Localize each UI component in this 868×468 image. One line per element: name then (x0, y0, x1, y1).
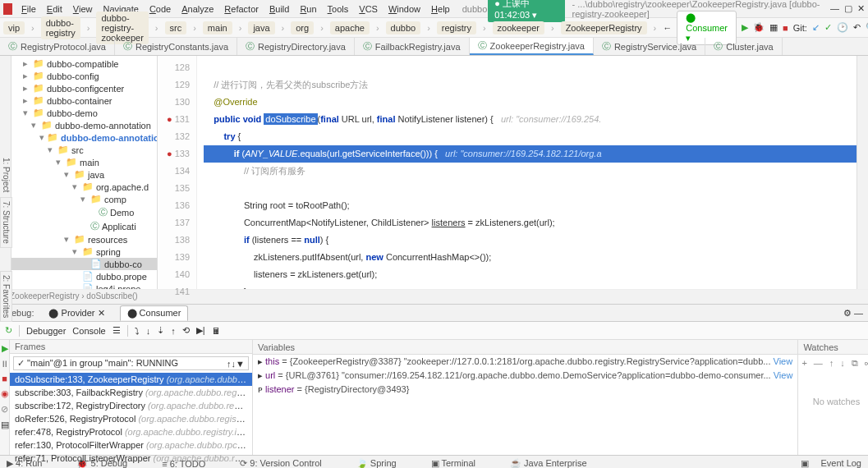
debugger-subtab[interactable]: Debugger (26, 326, 66, 336)
menu-tools[interactable]: Tools (323, 2, 354, 16)
step-out-icon[interactable]: ↑ (171, 326, 176, 336)
debug-tab-Provider[interactable]: ⬤ Provider ✕ (42, 306, 111, 320)
step-into-icon[interactable]: ↓ (146, 326, 151, 336)
resume-icon[interactable]: ▶ (2, 343, 8, 354)
tree-item-dubbo.prope[interactable]: 📄dubbo.prope (11, 270, 157, 282)
stop-icon[interactable]: ■ (783, 23, 788, 33)
up-watch-icon[interactable]: ↑ (829, 358, 834, 369)
git-commit-icon[interactable]: ✓ (824, 22, 832, 33)
menu-build[interactable]: Build (264, 2, 294, 16)
crumb-registry[interactable]: registry (437, 21, 476, 34)
tree-item-dubbo-compatible[interactable]: ▸📁dubbo-compatible (11, 57, 157, 70)
code-area[interactable]: // 进行订阅，先看父类的subscribe方法 @Override publi… (197, 56, 857, 289)
pause-icon[interactable]: ⏸ (0, 359, 9, 369)
toolwin-4Run[interactable]: ▶ 4: Run (7, 458, 42, 468)
git-update-icon[interactable]: ↙ (812, 22, 820, 33)
editor-breadcrumbs[interactable]: ZookeeperRegistry › doSubscribe() (0, 289, 868, 304)
tab-RegistryConstants.java[interactable]: ⒸRegistryConstants.java (115, 38, 237, 55)
menu-window[interactable]: Window (383, 2, 425, 16)
tab-RegistryDirectory.java[interactable]: ⒸRegistryDirectory.java (237, 38, 355, 55)
toolwin-Spring[interactable]: 🍃 Spring (356, 458, 397, 468)
drop-frame-icon[interactable]: ⟲ (182, 325, 190, 336)
layout-icon[interactable]: ▤ (1, 420, 9, 430)
filter-icon[interactable]: ▼ (236, 359, 245, 369)
tab-RegistryProtocol.java[interactable]: ⒸRegistryProtocol.java (0, 38, 115, 55)
project-tool-tab[interactable]: 1: Project (0, 56, 11, 289)
crumb-dubbo-registry[interactable]: dubbo-registry (41, 16, 80, 39)
frame-row[interactable]: doRefer:526, RegistryProtocol (org.apach… (10, 412, 252, 425)
tree-item-java[interactable]: ▾📁java (11, 168, 157, 181)
menu-analyze[interactable]: Analyze (177, 2, 218, 16)
tab-RegistryService.java[interactable]: ⒸRegistryService.java (594, 38, 705, 55)
editor-gutter[interactable]: 128129130● 131132● 133134135136137138139… (158, 56, 197, 289)
mute-breakpoints-icon[interactable]: ⊘ (1, 404, 8, 415)
crumb-vip[interactable]: vip (3, 21, 25, 34)
force-step-into-icon[interactable]: ⇣ (157, 325, 164, 336)
crumb-dubbo[interactable]: dubbo (386, 21, 421, 34)
crumb-main[interactable]: main (203, 21, 232, 34)
event-log-button[interactable]: ▣ Event Log (801, 458, 861, 468)
frame-row[interactable]: subscribe:172, RegistryDirectory (org.ap… (10, 399, 252, 412)
threads-icon[interactable]: ☰ (113, 325, 121, 336)
copy-watch-icon[interactable]: ⧉ (852, 358, 858, 369)
menu-vcs[interactable]: VCS (354, 2, 383, 16)
add-watch-icon[interactable]: + (801, 358, 806, 369)
tree-item-dubbo-demo-annotation[interactable]: ▾📁dubbo-demo-annotation (11, 119, 157, 131)
menu-refactor[interactable]: Refactor (219, 2, 264, 16)
run-to-cursor-icon[interactable]: ▶| (196, 325, 205, 336)
tree-item-Demo[interactable]: ⒸDemo (11, 205, 157, 219)
tree-item-dubbo-demo-annotation[interactable]: ▾📁dubbo-demo-annotation (11, 131, 157, 144)
menu-run[interactable]: Run (295, 2, 321, 16)
toolwin-5Debug[interactable]: 🐞 5: Debug (76, 458, 127, 468)
tree-item-dubbo-configcenter[interactable]: ▸📁dubbo-configcenter (11, 82, 157, 94)
code-editor[interactable]: 128129130● 131132● 133134135136137138139… (158, 56, 857, 289)
crumb-apache[interactable]: apache (330, 21, 370, 34)
tree-item-dubbo-container[interactable]: ▸📁dubbo-container (11, 94, 157, 107)
tree-item-spring[interactable]: ▾📁spring (11, 245, 157, 258)
tab-FailbackRegistry.java[interactable]: ⒸFailbackRegistry.java (355, 38, 470, 55)
menu-file[interactable]: File (16, 2, 41, 16)
variable-row[interactable]: ▸ this = {ZookeeperRegistry@3387} "zooke… (253, 355, 797, 369)
tree-item-dubbo-demo[interactable]: ▾📁dubbo-demo (11, 107, 157, 119)
favorites-tool-tab[interactable]: 2: Favorites (0, 271, 12, 322)
crumb-ZookeeperRegistry[interactable]: ZookeeperRegistry (561, 21, 647, 34)
tree-item-resources[interactable]: ▾📁resources (11, 233, 157, 245)
toolwin-JavaEnterprise[interactable]: ☕ Java Enterprise (510, 458, 586, 468)
menu-edit[interactable]: Edit (42, 2, 67, 16)
debug-tab-Consumer[interactable]: ⬤ Consumer (120, 305, 189, 321)
crumb-zookeeper[interactable]: zookeeper (493, 21, 544, 34)
thread-selector[interactable]: ✓ "main"@1 in group "main": RUNNING ↑↓▼ (13, 356, 249, 370)
frame-row[interactable]: subscribe:303, FailbackRegistry (org.apa… (10, 386, 252, 399)
tab-Cluster.java[interactable]: ⒸCluster.java (705, 38, 782, 55)
down-watch-icon[interactable]: ↓ (840, 358, 845, 369)
frame-row[interactable]: doSubscribe:133, ZookeeperRegistry (org.… (10, 373, 252, 386)
structure-tool-tab[interactable]: 7: Structure (0, 197, 12, 248)
debug-settings-icon[interactable]: ⚙ — (843, 308, 863, 319)
stop-debug-icon[interactable]: ■ (2, 374, 7, 383)
project-tree[interactable]: ▸📁dubbo-compatible▸📁dubbo-config▸📁dubbo-… (11, 56, 158, 289)
tree-item-log4j.prope[interactable]: 📄log4j.prope (11, 282, 157, 289)
git-revert-icon[interactable]: ↶ (853, 22, 861, 33)
back-icon[interactable]: ← (663, 23, 672, 33)
evaluate-icon[interactable]: 🖩 (212, 326, 221, 336)
console-subtab[interactable]: Console (72, 326, 105, 336)
tree-item-main[interactable]: ▾📁main (11, 156, 157, 168)
tab-ZookeeperRegistry.java[interactable]: ⒸZookeeperRegistry.java (470, 38, 594, 55)
toolwin-Terminal[interactable]: ▣ Terminal (431, 458, 475, 468)
tree-item-Applicati[interactable]: ⒸApplicati (11, 219, 157, 233)
link-watch-icon[interactable]: ∞ (865, 358, 868, 369)
tree-item-src[interactable]: ▾📁src (11, 144, 157, 156)
tree-item-org.apache.d[interactable]: ▾📁org.apache.d (11, 181, 157, 193)
tree-item-dubbo-co[interactable]: 📄dubbo-co (11, 258, 157, 270)
crumb-src[interactable]: src (165, 21, 187, 34)
toolwin-9VersionControl[interactable]: ⟳ 9: Version Control (240, 458, 322, 468)
menu-help[interactable]: Help (426, 2, 455, 16)
tree-item-comp[interactable]: ▾📁comp (11, 193, 157, 205)
frame-row[interactable]: refer:130, ProtocolFilterWrapper (org.ap… (10, 438, 252, 452)
view-breakpoints-icon[interactable]: ◉ (1, 388, 9, 399)
rerun-icon[interactable]: ↻ (5, 325, 12, 336)
menu-code[interactable]: Code (145, 2, 176, 16)
menu-view[interactable]: View (68, 2, 98, 16)
crumb-org[interactable]: org (291, 21, 314, 34)
remove-watch-icon[interactable]: — (814, 358, 823, 369)
